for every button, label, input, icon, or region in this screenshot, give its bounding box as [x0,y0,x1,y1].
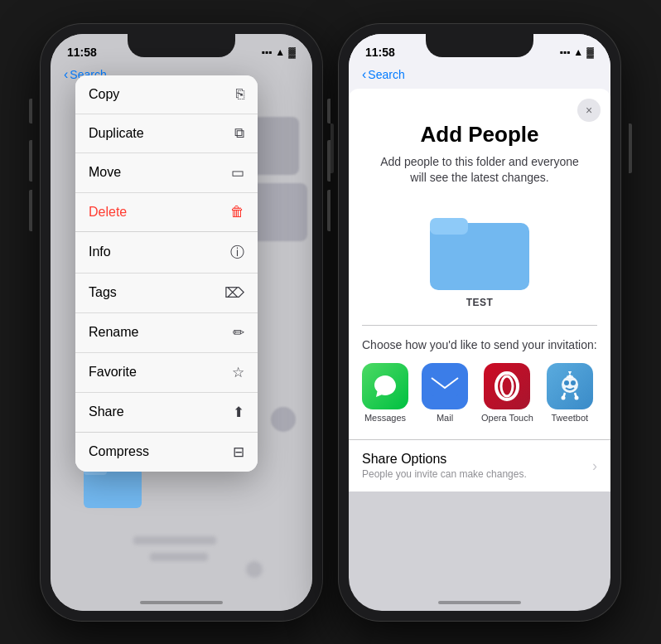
menu-item-favorite[interactable]: Favorite ☆ [75,353,258,393]
mute-button [29,99,32,123]
share-options-text: Share Options People you invite can make… [362,452,527,480]
menu-item-compress[interactable]: Compress ⊟ [75,433,258,472]
opera-app-label: Opera Touch [481,413,533,423]
move-icon: ▭ [231,164,244,182]
app-item-tweetbot[interactable]: Tweetbot [547,363,593,423]
back-button-2[interactable]: ‹ Search [362,67,405,82]
wifi-icon: ▲ [275,46,285,58]
mute-button-2 [327,99,330,123]
sheet-title: Add People [349,89,610,154]
app-item-mail[interactable]: Mail [422,363,468,423]
messages-app-label: Messages [364,413,406,423]
menu-item-rename[interactable]: Rename ✏ [75,313,258,353]
apps-row: Messages Mail [362,363,597,423]
status-bar-1: 11:58 ▪▪▪ ▲ ▓ [51,34,312,64]
svg-rect-3 [430,218,468,235]
battery-icon-2: ▓ [586,46,594,58]
back-arrow-icon: ‹ [64,67,68,82]
phone2-content: 11:58 ▪▪▪ ▲ ▓ ‹ Search × [349,34,610,492]
close-button[interactable]: × [577,99,601,122]
trash-icon: 🗑 [230,204,244,220]
volume-down-button [29,190,32,231]
time-display-1: 11:58 [67,46,97,59]
svg-point-8 [564,380,569,385]
signal-icon-2: ▪▪▪ [560,46,571,58]
add-people-sheet: × Add People Add people to this folder a… [349,89,610,492]
messages-app-icon [362,363,408,409]
menu-item-share[interactable]: Share ⬆ [75,393,258,433]
svg-point-14 [561,396,565,400]
share-icon: ⬆ [233,404,244,421]
invitation-section: Choose how you'd like to send your invit… [349,325,610,433]
folder-name-label: TEST [466,297,494,308]
home-indicator-1 [140,601,223,604]
rename-icon: ✏ [233,324,244,341]
mail-app-icon [422,363,468,409]
wifi-icon-2: ▲ [573,46,583,58]
blurred-text-2 [150,553,208,561]
compress-icon: ⊟ [233,443,244,461]
app-item-opera[interactable]: Opera Touch [481,363,533,423]
scene: 11:58 ▪▪▪ ▲ ▓ ‹ Search Copy ⎘ [24,7,637,637]
share-options-subtitle: People you invite can make changes. [362,468,527,480]
menu-item-copy[interactable]: Copy ⎘ [75,75,258,114]
chevron-right-icon: › [592,458,597,475]
star-icon: ☆ [232,364,244,381]
volume-up-button [29,140,32,182]
back-label-2: Search [368,68,404,81]
battery-icon: ▓ [288,46,296,58]
tweetbot-app-icon [547,363,593,409]
svg-rect-4 [432,376,458,396]
share-options-title: Share Options [362,452,527,467]
app-item-messages[interactable]: Messages [362,363,408,423]
tag-icon: ⌦ [224,284,244,302]
phone-1-screen: 11:58 ▪▪▪ ▲ ▓ ‹ Search Copy ⎘ [51,34,312,611]
svg-point-13 [568,371,572,373]
phone-1: 11:58 ▪▪▪ ▲ ▓ ‹ Search Copy ⎘ [41,24,322,621]
svg-point-11 [568,375,571,377]
power-button [330,123,334,173]
blurred-dot [246,561,263,578]
context-menu: Copy ⎘ Duplicate ⧉ Move ▭ Delete 🗑 Info [75,75,258,472]
phone-2: 11:58 ▪▪▪ ▲ ▓ ‹ Search × [339,24,620,621]
bg-dot-1 [271,407,296,432]
nav-bar-2: ‹ Search [349,64,610,89]
opera-app-icon [484,363,530,409]
home-indicator-2 [438,601,521,604]
menu-item-delete[interactable]: Delete 🗑 [75,193,258,232]
folder-preview: TEST [349,203,610,325]
menu-item-duplicate[interactable]: Duplicate ⧉ [75,114,258,153]
sheet-subtitle: Add people to this folder and everyone w… [349,154,610,203]
mail-app-label: Mail [437,413,453,423]
time-display-2: 11:58 [365,46,395,59]
volume-up-button-2 [327,140,330,182]
tweetbot-app-label: Tweetbot [551,413,588,423]
status-icons-2: ▪▪▪ ▲ ▓ [560,46,594,58]
signal-icon: ▪▪▪ [262,46,273,58]
folder-svg [430,211,529,290]
power-button-2 [629,123,632,173]
info-icon: ⓘ [230,243,244,262]
blurred-text-1 [133,536,216,545]
phone-2-screen: 11:58 ▪▪▪ ▲ ▓ ‹ Search × [349,34,610,611]
svg-point-6 [501,376,513,396]
duplicate-icon: ⧉ [234,125,244,142]
back-arrow-icon-2: ‹ [362,67,366,82]
notch-2 [426,34,533,57]
status-icons-1: ▪▪▪ ▲ ▓ [262,46,296,58]
share-options-row[interactable]: Share Options People you invite can make… [349,439,610,491]
menu-item-info[interactable]: Info ⓘ [75,232,258,274]
menu-item-tags[interactable]: Tags ⌦ [75,274,258,313]
menu-item-move[interactable]: Move ▭ [75,153,258,193]
svg-point-9 [571,380,576,385]
invitation-label: Choose how you'd like to send your invit… [362,338,597,351]
volume-down-button-2 [327,190,330,231]
copy-icon: ⎘ [236,86,244,103]
svg-point-15 [574,396,578,400]
